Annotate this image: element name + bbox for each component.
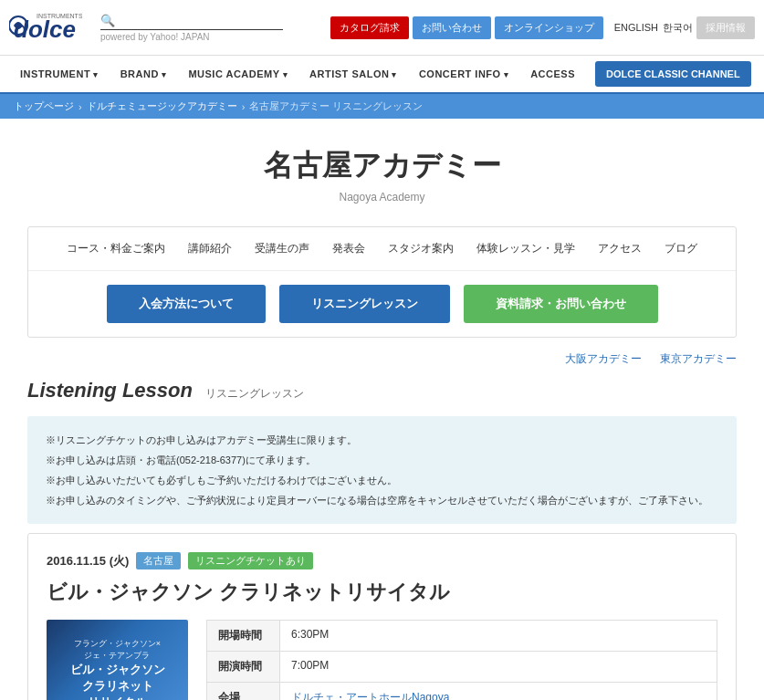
table-label-open-time: 開場時間 <box>207 621 280 652</box>
sub-nav-teachers[interactable]: 講師紹介 <box>188 241 232 256</box>
main-nav: INSTRUMENT BRAND MUSIC ACADEMY ARTIST SA… <box>0 56 764 94</box>
catalog-button[interactable]: カタログ請求 <box>330 16 409 39</box>
table-label-start-time: 開演時間 <box>207 652 280 683</box>
breadcrumb-current: 名古屋アカデミー リスニングレッスン <box>249 99 423 113</box>
event-table: 開場時間 6:30PM 開演時間 7:00PM 会場 ドルチェ・アートホールNa… <box>206 620 717 700</box>
search-area: 🔍 powered by Yahoo! JAPAN <box>100 14 321 42</box>
event-image-text-top: フラング・ジャクソン×ジェ・テアンブラ <box>74 638 161 661</box>
search-box[interactable]: 🔍 <box>100 14 283 30</box>
top-bar: dolce INSTRUMENTS 🔍 powered by Yahoo! JA… <box>0 0 764 56</box>
sub-nav-recital[interactable]: 発表会 <box>332 241 365 256</box>
shop-button[interactable]: オンラインショップ <box>495 16 603 39</box>
lesson-button[interactable]: リスニングレッスン <box>279 285 450 323</box>
info-line-1: ※リスニングチケットのお申し込みはアカデミー受講生に限ります。 <box>46 430 718 450</box>
sub-nav-buttons: 入会方法について リスニングレッスン 資料請求・お問い合わせ <box>28 271 736 337</box>
svg-text:INSTRUMENTS: INSTRUMENTS <box>37 13 82 19</box>
event-image-text-main: ビル・ジャクソンクラリネットリサイタル <box>70 662 165 700</box>
page-title-en: Nagoya Academy <box>18 191 746 204</box>
lang-kr-button[interactable]: 한국어 <box>663 21 693 35</box>
breadcrumb-academy[interactable]: ドルチェミュージックアカデミー <box>87 99 237 113</box>
tokyo-academy-link[interactable]: 東京アカデミー <box>660 351 737 367</box>
event-card: 2016.11.15 (火) 名古屋 リスニングチケットあり ビル・ジャクソン … <box>27 533 737 700</box>
nav-dolce-channel[interactable]: DOLCE CLASSIC CHANNEL <box>595 61 751 87</box>
event-date-row: 2016.11.15 (火) 名古屋 リスニングチケットあり <box>47 552 717 569</box>
table-row: 開演時間 7:00PM <box>207 652 717 683</box>
svg-text:dolce: dolce <box>14 16 76 43</box>
event-title: ビル・ジャクソン クラリネットリサイタル <box>47 579 717 606</box>
sub-nav-blog[interactable]: ブログ <box>665 241 697 256</box>
request-button[interactable]: 資料請求・お問い合わせ <box>464 285 658 323</box>
venue-link[interactable]: ドルチェ・アートホールNagoya <box>291 691 449 700</box>
event-location-tag: 名古屋 <box>136 552 181 569</box>
table-label-venue: 会場 <box>207 683 280 701</box>
table-row: 会場 ドルチェ・アートホールNagoya （ドルチェ楽器名古屋店内） <box>207 683 717 701</box>
nav-music-academy[interactable]: MUSIC ACADEMY <box>177 56 298 92</box>
info-box: ※リスニングチケットのお申し込みはアカデミー受講生に限ります。 ※お申し込みは店… <box>27 416 737 524</box>
sub-nav-studio[interactable]: スタジオ案内 <box>388 241 454 256</box>
sub-nav-links: コース・料金ご案内 講師紹介 受講生の声 発表会 スタジオ案内 体験レッスン・見… <box>28 227 736 271</box>
recruit-button[interactable]: 採用情報 <box>696 16 755 39</box>
nav-access[interactable]: ACCESS <box>519 56 586 92</box>
breadcrumb-top[interactable]: トップページ <box>14 99 74 113</box>
search-icon: 🔍 <box>100 14 115 27</box>
info-line-4: ※お申し込みのタイミングや、ご予約状況により定員オーバーになる場合は空席をキャン… <box>46 490 718 510</box>
nav-brand[interactable]: BRAND <box>110 56 178 92</box>
logo[interactable]: dolce INSTRUMENTS <box>9 5 91 49</box>
breadcrumb: トップページ › ドルチェミュージックアカデミー › 名古屋アカデミー リスニン… <box>0 94 764 119</box>
nav-instrument[interactable]: INSTRUMENT <box>9 56 110 92</box>
sub-nav-courses[interactable]: コース・料金ご案内 <box>67 241 165 256</box>
nav-concert-info[interactable]: CONCERT INFO <box>408 56 519 92</box>
osaka-academy-link[interactable]: 大阪アカデミー <box>565 351 642 367</box>
join-button[interactable]: 入会方法について <box>107 285 266 323</box>
sub-nav-access[interactable]: アクセス <box>598 241 642 256</box>
search-input[interactable] <box>120 14 266 26</box>
event-ticket-tag: リスニングチケットあり <box>188 552 313 569</box>
event-content: フラング・ジャクソン×ジェ・テアンブラ ビル・ジャクソンクラリネットリサイタル … <box>47 620 717 700</box>
event-date: 2016.11.15 (火) <box>47 553 129 569</box>
lang-en-button[interactable]: ENGLISH <box>614 22 658 33</box>
top-buttons: カタログ請求 お問い合わせ オンラインショップ ENGLISH 한국어 採用情報 <box>330 16 755 39</box>
academy-links: 大阪アカデミー 東京アカデミー <box>0 347 764 371</box>
table-value-start-time: 7:00PM <box>280 652 717 683</box>
inquiry-button[interactable]: お問い合わせ <box>413 16 491 39</box>
event-image: フラング・ジャクソン×ジェ・テアンブラ ビル・ジャクソンクラリネットリサイタル <box>47 620 188 700</box>
nav-artist-salon[interactable]: ARTIST SALON <box>298 56 408 92</box>
section-title-area: Listening Lesson リスニングレッスン <box>0 371 764 412</box>
table-row: 開場時間 6:30PM <box>207 621 717 652</box>
page-title-area: 名古屋アカデミー Nagoya Academy <box>0 119 764 217</box>
section-title-en: Listening Lesson <box>27 379 193 402</box>
powered-by-label: powered by Yahoo! JAPAN <box>100 32 321 42</box>
breadcrumb-sep-2: › <box>242 101 246 112</box>
sub-nav: コース・料金ご案内 講師紹介 受講生の声 発表会 スタジオ案内 体験レッスン・見… <box>27 226 737 338</box>
sub-nav-trial[interactable]: 体験レッスン・見学 <box>476 241 575 256</box>
breadcrumb-sep-1: › <box>78 101 82 112</box>
page-title-ja: 名古屋アカデミー <box>18 146 746 186</box>
info-line-2: ※お申し込みは店頭・お電話(052-218-6377)にて承ります。 <box>46 450 718 470</box>
info-line-3: ※お申し込みいただいても必ずしもご予約いただけるわけではございません。 <box>46 470 718 490</box>
table-value-open-time: 6:30PM <box>280 621 717 652</box>
table-value-venue: ドルチェ・アートホールNagoya （ドルチェ楽器名古屋店内） <box>280 683 717 701</box>
sub-nav-students[interactable]: 受講生の声 <box>255 241 309 256</box>
language-selector: ENGLISH 한국어 <box>614 21 693 35</box>
section-title-ja: リスニングレッスン <box>205 387 304 400</box>
